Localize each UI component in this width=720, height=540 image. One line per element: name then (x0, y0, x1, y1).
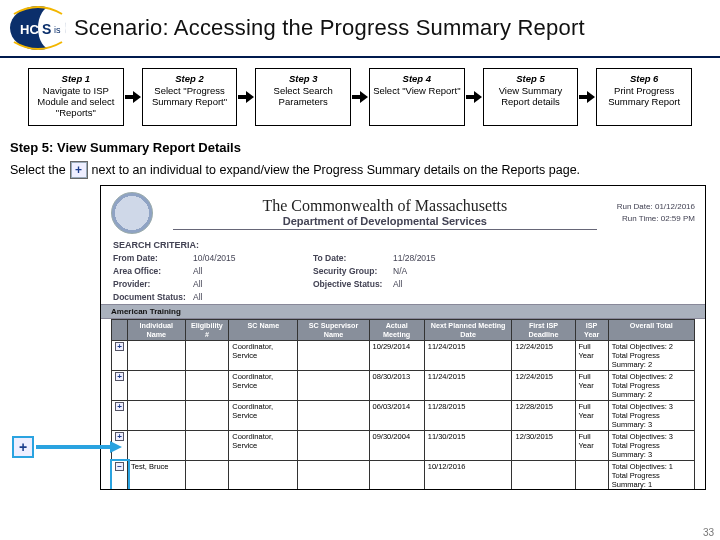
cell: Coordinator, Service (229, 341, 298, 371)
svg-text:S: S (42, 21, 51, 37)
run-meta: Run Date: 01/12/2016 Run Time: 02:59 PM (617, 201, 695, 225)
cell (229, 461, 298, 491)
cell: 12/28/2015 (512, 401, 575, 431)
criteria-value (393, 292, 513, 302)
cell (185, 371, 229, 401)
criteria-value: All (193, 266, 313, 276)
arrow-icon (351, 68, 369, 126)
step-number: Step 3 (259, 73, 347, 84)
plus-icon[interactable]: − (115, 462, 124, 471)
cell: 12/30/2015 (512, 431, 575, 461)
cell: 09/30/2004 (369, 431, 424, 461)
cell (128, 401, 186, 431)
step-number: Step 6 (600, 73, 688, 84)
step-text: Print Progress Summary Report (600, 85, 688, 107)
column-header: ISP Year (575, 320, 608, 341)
criteria-value: N/A (393, 266, 513, 276)
cell: Total Objectives: 1 Total Progress Summa… (608, 461, 694, 491)
criteria-label: Area Office: (113, 266, 193, 276)
cell: Coordinator, Service (229, 431, 298, 461)
cell: 11/24/2015 (424, 371, 512, 401)
page-number: 33 (703, 527, 714, 538)
summary-table: Individual NameEligibility #SC NameSC Su… (111, 319, 695, 490)
cell (185, 431, 229, 461)
arrow-icon (465, 68, 483, 126)
column-header: SC Name (229, 320, 298, 341)
step-text: Select Search Parameters (259, 85, 347, 107)
cell (298, 341, 369, 371)
cell (185, 401, 229, 431)
cell (298, 431, 369, 461)
cell: 11/28/2015 (424, 401, 512, 431)
page-title: Scenario: Accessing the Progress Summary… (74, 15, 585, 41)
column-header: Next Planned Meeting Date (424, 320, 512, 341)
svg-text:is: is (54, 25, 61, 35)
cell: Coordinator, Service (229, 371, 298, 401)
run-date-value: 01/12/2016 (655, 202, 695, 211)
cell (369, 461, 424, 491)
cell: Total Objectives: 2 Total Progress Summa… (608, 371, 694, 401)
column-header (112, 320, 128, 341)
instruction-pre: Select the (10, 163, 66, 177)
cell: Full Year (575, 371, 608, 401)
step-number: Step 2 (146, 73, 234, 84)
column-header: Individual Name (128, 320, 186, 341)
plus-icon[interactable]: + (115, 372, 124, 381)
run-time-label: Run Time: (622, 214, 658, 223)
row-expander[interactable]: + (112, 401, 128, 431)
cell: Coordinator, Service (229, 401, 298, 431)
row-expander[interactable]: + (112, 341, 128, 371)
run-date-label: Run Date: (617, 202, 653, 211)
cell: Full Year (575, 431, 608, 461)
cell (298, 371, 369, 401)
row-expander[interactable]: + (112, 371, 128, 401)
cell (128, 371, 186, 401)
step-number: Step 1 (32, 73, 120, 84)
report-screenshot: The Commonwealth of Massachusetts Depart… (100, 185, 706, 490)
expand-callout: + (12, 436, 122, 458)
column-header: First ISP Deadline (512, 320, 575, 341)
step-text: View Summary Report details (487, 85, 575, 107)
expand-plus-icon: + (70, 161, 88, 179)
step-number: Step 4 (373, 73, 461, 84)
cell (128, 341, 186, 371)
cell (575, 461, 608, 491)
criteria-label (313, 292, 393, 302)
step-text: Select "View Report" (373, 85, 461, 96)
cell: 12/24/2015 (512, 341, 575, 371)
row-expander[interactable]: − (112, 461, 128, 491)
run-time-value: 02:59 PM (661, 214, 695, 223)
cell: Total Objectives: 3 Total Progress Summa… (608, 401, 694, 431)
cell: Full Year (575, 341, 608, 371)
cell (185, 461, 229, 491)
step-text: Navigate to ISP Module and select "Repor… (32, 85, 120, 118)
page-header: HC S is Scenario: Accessing the Progress… (0, 0, 720, 58)
step-box-4: Step 4 Select "View Report" (369, 68, 465, 126)
criteria-label: From Date: (113, 253, 193, 263)
arrow-icon (578, 68, 596, 126)
step-text: Select "Progress Summary Report" (146, 85, 234, 107)
step-box-5: Step 5 View Summary Report details (483, 68, 579, 126)
table-row: +Coordinator, Service09/30/200411/30/201… (112, 431, 695, 461)
department-title: Department of Developmental Services (173, 215, 597, 230)
criteria-header: SEARCH CRITERIA: (113, 240, 693, 250)
report-header: The Commonwealth of Massachusetts Depart… (101, 186, 705, 236)
column-header: Actual Meeting (369, 320, 424, 341)
plus-icon[interactable]: + (115, 342, 124, 351)
table-row: +Coordinator, Service10/29/201411/24/201… (112, 341, 695, 371)
arrow-icon (237, 68, 255, 126)
criteria-value: All (393, 279, 513, 289)
criteria-label: Provider: (113, 279, 193, 289)
cell (185, 341, 229, 371)
step-number: Step 5 (487, 73, 575, 84)
criteria-label: To Date: (313, 253, 393, 263)
table-row: +Coordinator, Service06/03/201411/28/201… (112, 401, 695, 431)
search-criteria: SEARCH CRITERIA: From Date:10/04/2015To … (101, 236, 705, 304)
callout-arrow-icon (36, 440, 122, 454)
instruction-line: Select the + next to an individual to ex… (0, 161, 720, 185)
step-box-3: Step 3 Select Search Parameters (255, 68, 351, 126)
plus-icon[interactable]: + (115, 402, 124, 411)
cell (512, 461, 575, 491)
steps-row: Step 1 Navigate to ISP Module and select… (0, 58, 720, 136)
cell: 10/12/2016 (424, 461, 512, 491)
